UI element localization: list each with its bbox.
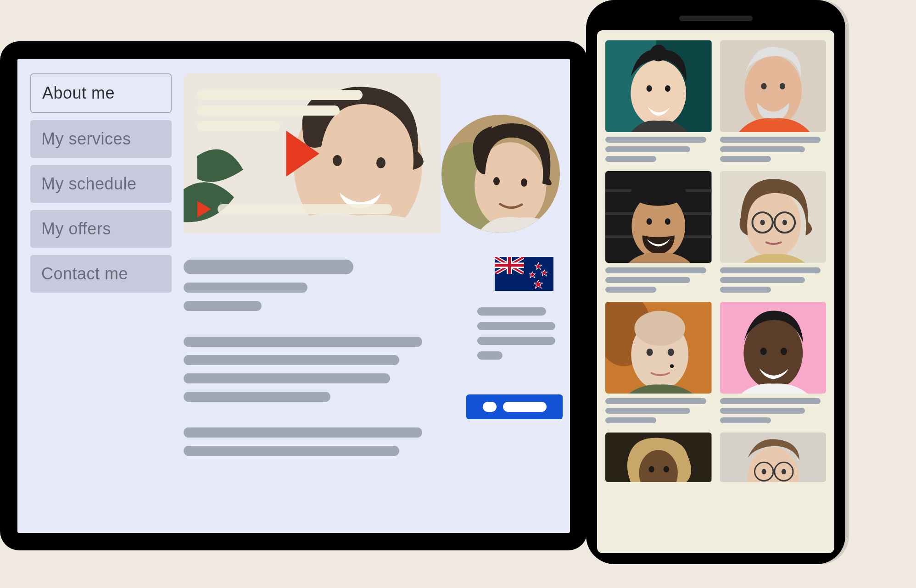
svg-point-40 [760, 220, 765, 225]
svg-point-41 [782, 220, 787, 225]
profile-thumbnail [720, 171, 827, 263]
profile-card[interactable] [720, 40, 827, 162]
phone-screen [597, 30, 834, 553]
content-column [184, 73, 441, 518]
profile-card[interactable] [720, 302, 827, 423]
card-text-placeholder [720, 398, 827, 423]
profile-thumbnail [605, 302, 712, 394]
profile-card[interactable] [605, 40, 712, 162]
svg-rect-32 [633, 184, 684, 194]
card-text-placeholder [605, 267, 712, 293]
svg-point-34 [665, 218, 670, 225]
svg-point-52 [780, 348, 787, 355]
text-block-3 [184, 427, 441, 456]
svg-point-19 [650, 44, 667, 61]
svg-point-24 [761, 83, 766, 89]
nav-tab-contact-me[interactable]: Contact me [30, 255, 172, 293]
svg-point-25 [779, 83, 785, 89]
tablet-device: About me My services My schedule My offe… [0, 41, 587, 550]
svg-point-21 [665, 85, 670, 92]
profile-thumbnail [720, 302, 827, 394]
video-title-placeholder [197, 90, 363, 131]
profile-card[interactable] [605, 171, 712, 293]
svg-point-45 [634, 311, 685, 345]
svg-point-18 [631, 60, 686, 127]
play-icon[interactable] [286, 131, 319, 177]
svg-point-46 [647, 349, 653, 356]
nav-tab-about-me[interactable]: About me [30, 73, 172, 113]
svg-point-57 [664, 466, 669, 472]
svg-point-63 [761, 469, 766, 474]
cta-label-placeholder [503, 402, 547, 412]
svg-point-51 [760, 348, 766, 355]
profile-thumbnail [720, 40, 827, 132]
svg-point-48 [670, 364, 674, 368]
svg-point-64 [781, 469, 786, 474]
profile-avatar[interactable] [441, 115, 560, 233]
profile-thumbnail [605, 433, 712, 482]
card-text-placeholder [720, 267, 827, 293]
cta-button[interactable] [466, 394, 563, 419]
profile-card[interactable] [720, 171, 827, 293]
video-progress-bar[interactable] [218, 204, 392, 214]
profile-card[interactable] [720, 433, 827, 482]
nav-tab-my-offers[interactable]: My offers [30, 210, 172, 248]
play-small-icon[interactable] [197, 201, 211, 217]
svg-point-8 [521, 178, 527, 187]
profile-card[interactable] [605, 433, 712, 482]
svg-point-2 [333, 155, 342, 166]
svg-point-47 [668, 349, 674, 356]
video-controls [197, 201, 392, 217]
text-block-2 [184, 337, 441, 402]
svg-point-3 [376, 157, 385, 168]
svg-point-7 [493, 177, 500, 185]
phone-speaker [679, 16, 753, 21]
cta-icon [483, 402, 497, 412]
svg-point-33 [647, 218, 652, 225]
video-player[interactable] [184, 73, 441, 234]
profile-grid[interactable] [605, 40, 826, 482]
profile-thumbnail [605, 40, 712, 132]
profile-info-placeholder [477, 307, 560, 360]
phone-device [586, 0, 845, 564]
profile-thumbnail [720, 433, 827, 482]
nav-column: About me My services My schedule My offe… [30, 73, 172, 518]
profile-thumbnail [605, 171, 712, 263]
text-block-1 [184, 260, 441, 311]
flag-new-zealand-icon [495, 257, 553, 291]
card-text-placeholder [605, 398, 712, 423]
svg-point-20 [647, 85, 652, 92]
tablet-screen: About me My services My schedule My offe… [17, 59, 570, 533]
svg-point-56 [649, 466, 654, 472]
nav-tab-my-schedule[interactable]: My schedule [30, 165, 172, 203]
card-text-placeholder [605, 137, 712, 162]
card-text-placeholder [720, 137, 827, 162]
nav-tab-my-services[interactable]: My services [30, 120, 172, 158]
svg-rect-10 [495, 274, 524, 291]
profile-card[interactable] [605, 302, 712, 423]
